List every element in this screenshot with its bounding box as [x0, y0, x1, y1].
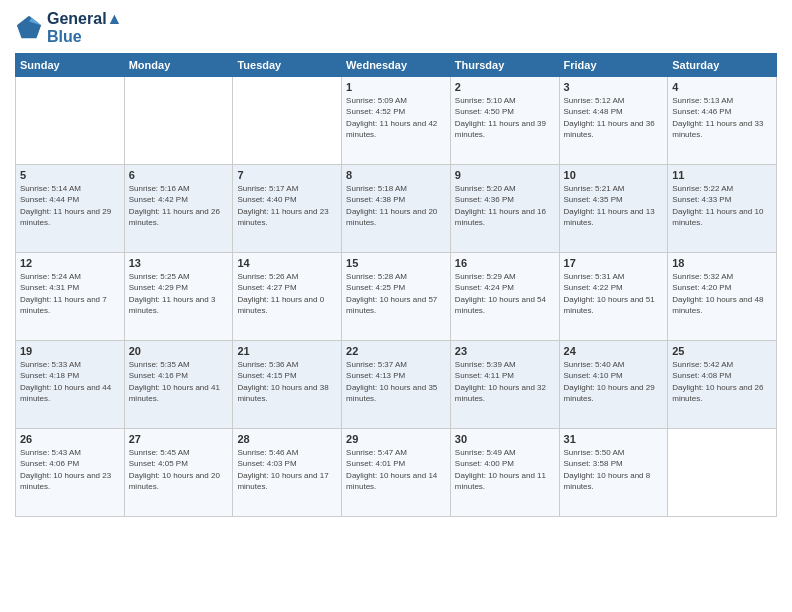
day-number: 24 — [564, 345, 664, 357]
svg-marker-0 — [17, 15, 41, 37]
calendar-cell: 11Sunrise: 5:22 AM Sunset: 4:33 PM Dayli… — [668, 165, 777, 253]
logo-icon — [15, 14, 43, 42]
calendar-cell: 3Sunrise: 5:12 AM Sunset: 4:48 PM Daylig… — [559, 77, 668, 165]
calendar-cell: 6Sunrise: 5:16 AM Sunset: 4:42 PM Daylig… — [124, 165, 233, 253]
day-number: 1 — [346, 81, 446, 93]
calendar-cell: 30Sunrise: 5:49 AM Sunset: 4:00 PM Dayli… — [450, 429, 559, 517]
calendar-cell: 23Sunrise: 5:39 AM Sunset: 4:11 PM Dayli… — [450, 341, 559, 429]
day-number: 20 — [129, 345, 229, 357]
calendar-cell: 12Sunrise: 5:24 AM Sunset: 4:31 PM Dayli… — [16, 253, 125, 341]
day-info: Sunrise: 5:31 AM Sunset: 4:22 PM Dayligh… — [564, 271, 664, 316]
logo-text: General▲ Blue — [47, 10, 122, 45]
calendar-week-row: 5Sunrise: 5:14 AM Sunset: 4:44 PM Daylig… — [16, 165, 777, 253]
day-number: 2 — [455, 81, 555, 93]
day-number: 22 — [346, 345, 446, 357]
calendar-table: SundayMondayTuesdayWednesdayThursdayFrid… — [15, 53, 777, 517]
day-number: 31 — [564, 433, 664, 445]
day-number: 27 — [129, 433, 229, 445]
day-info: Sunrise: 5:13 AM Sunset: 4:46 PM Dayligh… — [672, 95, 772, 140]
day-number: 21 — [237, 345, 337, 357]
day-info: Sunrise: 5:14 AM Sunset: 4:44 PM Dayligh… — [20, 183, 120, 228]
calendar-cell: 27Sunrise: 5:45 AM Sunset: 4:05 PM Dayli… — [124, 429, 233, 517]
day-number: 4 — [672, 81, 772, 93]
day-number: 30 — [455, 433, 555, 445]
calendar-cell: 25Sunrise: 5:42 AM Sunset: 4:08 PM Dayli… — [668, 341, 777, 429]
weekday-header-wednesday: Wednesday — [342, 54, 451, 77]
page-header: General▲ Blue — [15, 10, 777, 45]
calendar-cell: 31Sunrise: 5:50 AM Sunset: 3:58 PM Dayli… — [559, 429, 668, 517]
calendar-cell: 5Sunrise: 5:14 AM Sunset: 4:44 PM Daylig… — [16, 165, 125, 253]
day-number: 7 — [237, 169, 337, 181]
day-number: 17 — [564, 257, 664, 269]
logo: General▲ Blue — [15, 10, 122, 45]
day-number: 23 — [455, 345, 555, 357]
day-info: Sunrise: 5:39 AM Sunset: 4:11 PM Dayligh… — [455, 359, 555, 404]
calendar-cell: 22Sunrise: 5:37 AM Sunset: 4:13 PM Dayli… — [342, 341, 451, 429]
calendar-cell: 1Sunrise: 5:09 AM Sunset: 4:52 PM Daylig… — [342, 77, 451, 165]
calendar-cell: 26Sunrise: 5:43 AM Sunset: 4:06 PM Dayli… — [16, 429, 125, 517]
calendar-cell: 7Sunrise: 5:17 AM Sunset: 4:40 PM Daylig… — [233, 165, 342, 253]
calendar-cell: 28Sunrise: 5:46 AM Sunset: 4:03 PM Dayli… — [233, 429, 342, 517]
calendar-week-row: 1Sunrise: 5:09 AM Sunset: 4:52 PM Daylig… — [16, 77, 777, 165]
weekday-header-monday: Monday — [124, 54, 233, 77]
day-number: 5 — [20, 169, 120, 181]
weekday-header-tuesday: Tuesday — [233, 54, 342, 77]
day-info: Sunrise: 5:47 AM Sunset: 4:01 PM Dayligh… — [346, 447, 446, 492]
page-container: General▲ Blue SundayMondayTuesdayWednesd… — [0, 0, 792, 612]
calendar-cell: 14Sunrise: 5:26 AM Sunset: 4:27 PM Dayli… — [233, 253, 342, 341]
day-number: 11 — [672, 169, 772, 181]
calendar-cell — [668, 429, 777, 517]
day-info: Sunrise: 5:17 AM Sunset: 4:40 PM Dayligh… — [237, 183, 337, 228]
calendar-cell: 4Sunrise: 5:13 AM Sunset: 4:46 PM Daylig… — [668, 77, 777, 165]
day-info: Sunrise: 5:28 AM Sunset: 4:25 PM Dayligh… — [346, 271, 446, 316]
day-info: Sunrise: 5:45 AM Sunset: 4:05 PM Dayligh… — [129, 447, 229, 492]
day-info: Sunrise: 5:50 AM Sunset: 3:58 PM Dayligh… — [564, 447, 664, 492]
day-info: Sunrise: 5:37 AM Sunset: 4:13 PM Dayligh… — [346, 359, 446, 404]
calendar-cell: 13Sunrise: 5:25 AM Sunset: 4:29 PM Dayli… — [124, 253, 233, 341]
calendar-cell: 24Sunrise: 5:40 AM Sunset: 4:10 PM Dayli… — [559, 341, 668, 429]
calendar-cell: 20Sunrise: 5:35 AM Sunset: 4:16 PM Dayli… — [124, 341, 233, 429]
weekday-header-sunday: Sunday — [16, 54, 125, 77]
weekday-header-friday: Friday — [559, 54, 668, 77]
day-number: 15 — [346, 257, 446, 269]
day-number: 8 — [346, 169, 446, 181]
calendar-cell: 9Sunrise: 5:20 AM Sunset: 4:36 PM Daylig… — [450, 165, 559, 253]
day-info: Sunrise: 5:32 AM Sunset: 4:20 PM Dayligh… — [672, 271, 772, 316]
day-number: 3 — [564, 81, 664, 93]
day-info: Sunrise: 5:09 AM Sunset: 4:52 PM Dayligh… — [346, 95, 446, 140]
day-number: 18 — [672, 257, 772, 269]
calendar-cell: 16Sunrise: 5:29 AM Sunset: 4:24 PM Dayli… — [450, 253, 559, 341]
day-info: Sunrise: 5:18 AM Sunset: 4:38 PM Dayligh… — [346, 183, 446, 228]
day-number: 10 — [564, 169, 664, 181]
day-number: 16 — [455, 257, 555, 269]
calendar-cell: 29Sunrise: 5:47 AM Sunset: 4:01 PM Dayli… — [342, 429, 451, 517]
calendar-body: 1Sunrise: 5:09 AM Sunset: 4:52 PM Daylig… — [16, 77, 777, 517]
day-info: Sunrise: 5:12 AM Sunset: 4:48 PM Dayligh… — [564, 95, 664, 140]
calendar-cell: 15Sunrise: 5:28 AM Sunset: 4:25 PM Dayli… — [342, 253, 451, 341]
calendar-cell — [124, 77, 233, 165]
day-number: 6 — [129, 169, 229, 181]
calendar-week-row: 19Sunrise: 5:33 AM Sunset: 4:18 PM Dayli… — [16, 341, 777, 429]
day-number: 14 — [237, 257, 337, 269]
day-info: Sunrise: 5:24 AM Sunset: 4:31 PM Dayligh… — [20, 271, 120, 316]
day-info: Sunrise: 5:21 AM Sunset: 4:35 PM Dayligh… — [564, 183, 664, 228]
day-number: 29 — [346, 433, 446, 445]
calendar-cell: 21Sunrise: 5:36 AM Sunset: 4:15 PM Dayli… — [233, 341, 342, 429]
weekday-header-thursday: Thursday — [450, 54, 559, 77]
day-info: Sunrise: 5:36 AM Sunset: 4:15 PM Dayligh… — [237, 359, 337, 404]
day-info: Sunrise: 5:35 AM Sunset: 4:16 PM Dayligh… — [129, 359, 229, 404]
day-info: Sunrise: 5:33 AM Sunset: 4:18 PM Dayligh… — [20, 359, 120, 404]
calendar-week-row: 26Sunrise: 5:43 AM Sunset: 4:06 PM Dayli… — [16, 429, 777, 517]
day-info: Sunrise: 5:43 AM Sunset: 4:06 PM Dayligh… — [20, 447, 120, 492]
day-info: Sunrise: 5:49 AM Sunset: 4:00 PM Dayligh… — [455, 447, 555, 492]
day-info: Sunrise: 5:22 AM Sunset: 4:33 PM Dayligh… — [672, 183, 772, 228]
calendar-cell — [16, 77, 125, 165]
calendar-week-row: 12Sunrise: 5:24 AM Sunset: 4:31 PM Dayli… — [16, 253, 777, 341]
calendar-cell: 8Sunrise: 5:18 AM Sunset: 4:38 PM Daylig… — [342, 165, 451, 253]
day-info: Sunrise: 5:40 AM Sunset: 4:10 PM Dayligh… — [564, 359, 664, 404]
day-number: 9 — [455, 169, 555, 181]
calendar-cell: 19Sunrise: 5:33 AM Sunset: 4:18 PM Dayli… — [16, 341, 125, 429]
day-number: 26 — [20, 433, 120, 445]
day-info: Sunrise: 5:42 AM Sunset: 4:08 PM Dayligh… — [672, 359, 772, 404]
day-info: Sunrise: 5:46 AM Sunset: 4:03 PM Dayligh… — [237, 447, 337, 492]
